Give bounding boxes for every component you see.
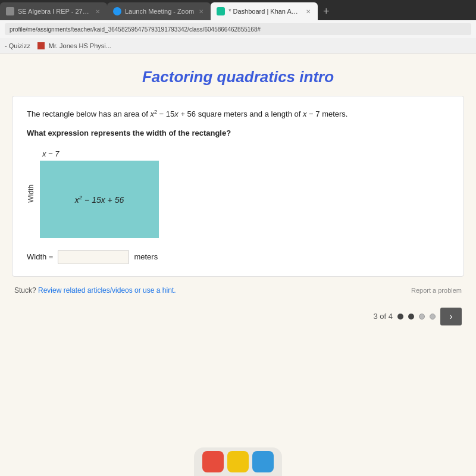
diagram-wrapper: x − 7 x2 − 15x + 56 [40, 149, 159, 238]
diagram-area: Width x − 7 x2 − 15x + 56 [27, 149, 449, 238]
tab-algebra-label: SE Algebra I REP - 27.1990001 [18, 8, 90, 15]
browser-chrome: SE Algebra I REP - 27.1990001 ✕ Launch M… [0, 0, 476, 54]
khan-favicon [217, 7, 225, 15]
quizizz-label: - Quizizz [5, 42, 30, 49]
address-input[interactable]: profile/me/assignments/teacher/kaid_3645… [5, 23, 471, 35]
dock-icon-yellow[interactable] [227, 451, 249, 472]
zoom-favicon [113, 7, 121, 15]
jones-label: Mr. Jones HS Physi... [49, 42, 111, 49]
tab-khan[interactable]: * Dashboard | Khan Academy ✕ [211, 2, 318, 20]
problem-text: The rectangle below has an area of x2 − … [27, 108, 449, 120]
answer-prefix: Width = [27, 252, 53, 261]
tab-algebra[interactable]: SE Algebra I REP - 27.1990001 ✕ [0, 2, 107, 20]
report-link[interactable]: Report a problem [411, 287, 462, 294]
dot-2 [408, 314, 414, 320]
length-label: x − 7 [42, 149, 60, 158]
width-label: Width [27, 184, 35, 203]
new-tab-button[interactable]: + [318, 2, 334, 20]
dot-1 [397, 314, 403, 320]
page-title: Factoring quadratics intro [0, 54, 476, 96]
tab-khan-close[interactable]: ✕ [305, 7, 312, 16]
bookmark-jones[interactable]: Mr. Jones HS Physi... [37, 42, 111, 49]
dot-4 [430, 314, 436, 320]
tab-khan-label: * Dashboard | Khan Academy [228, 8, 301, 15]
problem-area: The rectangle below has an area of x2 − … [12, 96, 464, 277]
rectangle-area: x2 − 15x + 56 [75, 194, 124, 205]
problem-question: What expression represents the width of … [27, 129, 449, 137]
tab-zoom-label: Launch Meeting - Zoom [125, 8, 194, 15]
dock-icon-red[interactable] [202, 451, 224, 472]
dot-3 [419, 314, 425, 320]
answer-input[interactable] [58, 250, 129, 264]
pagination-text: 3 of 4 [373, 312, 393, 321]
hint-link[interactable]: Review related articles/videos or use a … [38, 286, 176, 295]
answer-row: Width = meters [27, 250, 449, 264]
bookmarks-bar: - Quizizz Mr. Jones HS Physi... [0, 38, 476, 54]
bookmark-quizizz[interactable]: - Quizizz [5, 42, 30, 49]
next-button[interactable]: › [440, 308, 462, 325]
tab-zoom-close[interactable]: ✕ [198, 7, 205, 16]
tab-bar: SE Algebra I REP - 27.1990001 ✕ Launch M… [0, 0, 476, 20]
address-bar: profile/me/assignments/teacher/kaid_3645… [0, 20, 476, 38]
algebra-favicon [6, 7, 14, 15]
tab-zoom[interactable]: Launch Meeting - Zoom ✕ [107, 2, 211, 20]
help-area: Stuck? Review related articles/videos or… [12, 286, 464, 302]
stuck-text: Stuck? Review related articles/videos or… [14, 286, 176, 295]
answer-units: meters [134, 252, 158, 261]
tab-algebra-close[interactable]: ✕ [94, 7, 101, 16]
rectangle: x2 − 15x + 56 [40, 161, 159, 238]
pagination-bar: 3 of 4 › [0, 302, 476, 331]
dock [194, 447, 282, 476]
content-area: Khan Academy Factoring quadratics intro … [0, 54, 476, 476]
dock-icon-blue[interactable] [252, 451, 274, 472]
